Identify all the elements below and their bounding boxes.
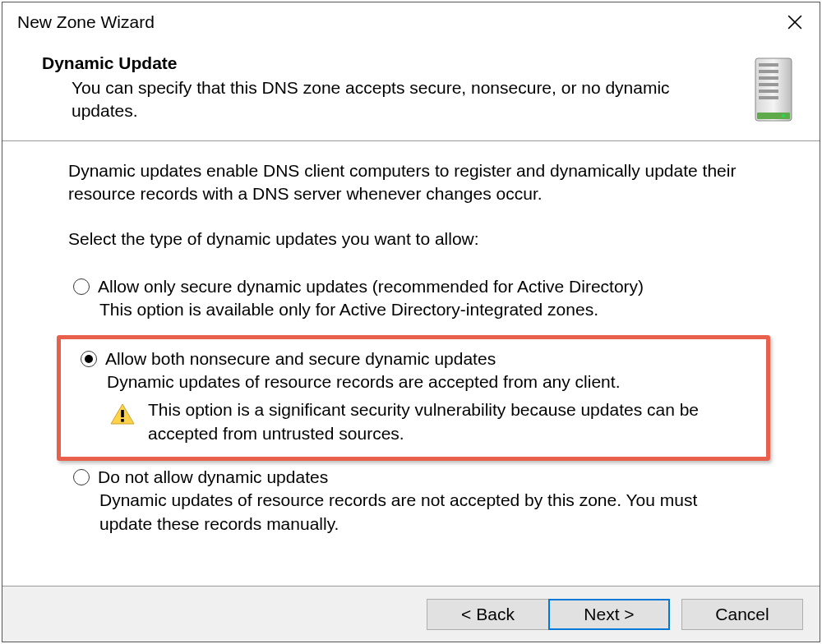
- highlighted-option: Allow both nonsecure and secure dynamic …: [57, 335, 770, 461]
- radio-option-both: Allow both nonsecure and secure dynamic …: [69, 347, 758, 445]
- radio-description: Dynamic updates of resource records are …: [69, 370, 758, 393]
- radio-button[interactable]: [81, 351, 97, 367]
- cancel-button[interactable]: Cancel: [681, 599, 803, 630]
- select-prompt: Select the type of dynamic updates you w…: [68, 228, 754, 251]
- window-title: New Zone Wizard: [17, 12, 155, 32]
- svg-point-10: [782, 114, 785, 117]
- radio-group: Allow only secure dynamic updates (recom…: [68, 275, 754, 536]
- svg-rect-7: [759, 90, 778, 93]
- wizard-content: Dynamic updates enable DNS client comput…: [2, 141, 820, 586]
- radio-button[interactable]: [73, 278, 90, 295]
- next-button[interactable]: Next >: [548, 599, 670, 630]
- radio-option-none: Do not allow dynamic updates Dynamic upd…: [73, 466, 754, 536]
- nav-button-group: < Back Next >: [427, 599, 670, 630]
- server-icon: [750, 53, 797, 126]
- radio-row[interactable]: Allow both nonsecure and secure dynamic …: [69, 347, 758, 370]
- wizard-header: Dynamic Update You can specify that this…: [2, 42, 820, 141]
- warning-text: This option is a significant security vu…: [148, 398, 758, 445]
- intro-text: Dynamic updates enable DNS client comput…: [68, 159, 754, 206]
- radio-warning: This option is a significant security vu…: [69, 398, 758, 445]
- titlebar: New Zone Wizard: [2, 2, 820, 42]
- radio-row[interactable]: Do not allow dynamic updates: [73, 466, 754, 489]
- radio-description: This option is available only for Active…: [73, 298, 754, 321]
- svg-rect-3: [759, 63, 778, 67]
- radio-label: Allow both nonsecure and secure dynamic …: [105, 347, 496, 370]
- page-title: Dynamic Update: [42, 53, 734, 73]
- close-icon: [787, 15, 802, 30]
- svg-rect-4: [759, 70, 778, 73]
- radio-row[interactable]: Allow only secure dynamic updates (recom…: [73, 275, 754, 298]
- page-subtitle: You can specify that this DNS zone accep…: [42, 76, 734, 123]
- header-text: Dynamic Update You can specify that this…: [42, 53, 750, 123]
- close-button[interactable]: [778, 6, 811, 39]
- radio-option-secure-only: Allow only secure dynamic updates (recom…: [73, 275, 754, 322]
- svg-rect-5: [759, 76, 778, 80]
- wizard-footer: < Back Next > Cancel: [2, 586, 820, 642]
- radio-button[interactable]: [73, 469, 90, 485]
- warning-icon: [110, 403, 135, 425]
- svg-rect-6: [759, 83, 778, 86]
- back-button[interactable]: < Back: [427, 599, 548, 630]
- wizard-window: New Zone Wizard Dynamic Update You can s…: [2, 2, 820, 642]
- radio-label: Allow only secure dynamic updates (recom…: [98, 275, 644, 298]
- radio-label: Do not allow dynamic updates: [98, 466, 328, 489]
- radio-description: Dynamic updates of resource records are …: [73, 489, 754, 536]
- svg-rect-12: [121, 410, 124, 417]
- svg-rect-13: [121, 419, 124, 422]
- svg-rect-8: [759, 96, 778, 99]
